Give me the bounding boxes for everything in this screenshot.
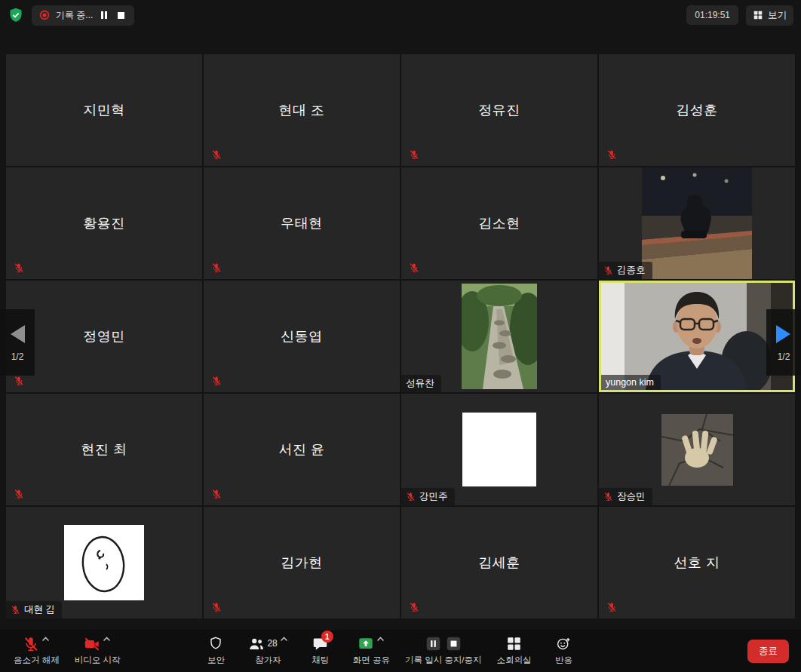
toolbar-security-button[interactable]: 보안 xyxy=(192,634,239,668)
mic-muted-icon xyxy=(409,149,419,160)
mic-muted-icon xyxy=(606,149,617,160)
participant-tile[interactable]: 선호 지 xyxy=(599,507,795,618)
view-button[interactable]: 보기 xyxy=(746,5,793,26)
participant-name: 신동엽 xyxy=(281,327,323,345)
participant-tile[interactable]: 서진 윤 xyxy=(204,394,400,505)
mic-muted-icon xyxy=(409,602,419,612)
toolbar-label: 반응 xyxy=(555,655,572,666)
share-screen-icon xyxy=(358,636,374,652)
participant-tile[interactable]: 성유찬 xyxy=(401,281,597,392)
participant-name: 대현 김 xyxy=(24,603,55,616)
toolbar-label: 비디오 시작 xyxy=(75,655,121,666)
participant-tile[interactable]: 김소현 xyxy=(401,167,597,279)
toolbar-breakout-button[interactable]: 소회의실 xyxy=(491,634,538,668)
participant-name: 지민혁 xyxy=(83,101,125,119)
security-shield-icon[interactable] xyxy=(8,7,24,23)
chevron-up-icon[interactable] xyxy=(103,637,111,642)
arrow-left-icon xyxy=(8,324,26,345)
participant-tile[interactable]: yungon kim xyxy=(599,281,795,392)
participant-tile[interactable]: 대현 김 xyxy=(6,507,202,618)
toolbar: 음소거 해제비디오 시작보안28참가자채팅1화면 공유기록 일시 중지/중지소회… xyxy=(0,630,801,672)
participant-label: yungon kim xyxy=(601,375,661,390)
arrow-right-icon xyxy=(775,324,793,345)
toolbar-label: 음소거 해제 xyxy=(14,655,60,666)
participant-tile[interactable]: 장승민 xyxy=(599,394,795,505)
participant-name: 장승민 xyxy=(617,490,646,503)
participant-tile[interactable]: 우태현 xyxy=(204,167,400,279)
toolbar-share-button[interactable]: 화면 공유 xyxy=(347,634,396,668)
reactions-smiley-icon xyxy=(556,636,572,652)
toolbar-participants-button[interactable]: 28참가자 xyxy=(242,634,293,668)
participant-tile[interactable]: 현진 최 xyxy=(6,394,202,505)
toolbar-record-button[interactable]: 기록 일시 중지/중지 xyxy=(399,634,488,668)
participant-tile[interactable]: 정영민 xyxy=(6,281,202,392)
mic-muted-icon xyxy=(14,262,24,273)
participant-tile[interactable]: 황용진 xyxy=(6,167,202,279)
page-indicator: 1/2 xyxy=(11,351,24,362)
mic-muted-icon xyxy=(603,492,613,502)
participant-tile[interactable]: 김세훈 xyxy=(401,507,597,618)
toolbar-reactions-button[interactable]: 반응 xyxy=(541,634,588,668)
view-button-label: 보기 xyxy=(768,9,787,22)
stop-recording-button[interactable] xyxy=(115,11,127,20)
participant-video xyxy=(462,284,537,389)
mic-muted-icon xyxy=(211,489,222,499)
mic-muted-icon xyxy=(23,636,39,652)
participant-tile[interactable]: 김성훈 xyxy=(599,54,795,166)
participant-name: 성유찬 xyxy=(406,377,434,390)
page-indicator: 1/2 xyxy=(778,351,790,362)
toolbar-chat-button[interactable]: 채팅1 xyxy=(297,634,344,668)
participant-name: 현진 최 xyxy=(81,440,127,459)
participant-tile[interactable]: 신동엽 xyxy=(204,281,400,392)
participant-name: 김가현 xyxy=(281,554,323,572)
participants-icon xyxy=(248,636,265,652)
toolbar-label: 보안 xyxy=(207,655,225,666)
participant-tile[interactable]: 강민주 xyxy=(401,394,597,505)
breakout-rooms-icon xyxy=(506,636,522,652)
participant-label: 장승민 xyxy=(599,488,652,505)
toolbar-mute-button[interactable]: 음소거 해제 xyxy=(8,634,66,668)
recording-label: 기록 중... xyxy=(56,9,93,22)
participant-tile[interactable]: 정유진 xyxy=(401,54,597,166)
participant-count: 28 xyxy=(267,638,277,649)
toolbar-label: 참가자 xyxy=(255,655,281,666)
participant-name: 황용진 xyxy=(83,214,125,232)
mic-muted-icon xyxy=(11,605,20,615)
camera-muted-icon xyxy=(84,636,100,652)
participant-tile[interactable]: 김가현 xyxy=(204,507,400,618)
mic-muted-icon xyxy=(603,265,613,275)
end-meeting-button[interactable]: 종료 xyxy=(747,640,789,663)
participant-name: 정영민 xyxy=(83,327,125,345)
topbar-right: 01:19:51 보기 xyxy=(686,5,793,26)
prev-page-button[interactable]: 1/2 xyxy=(0,309,35,376)
chevron-up-icon[interactable] xyxy=(376,637,385,642)
toolbar-video-button[interactable]: 비디오 시작 xyxy=(69,634,127,668)
mic-muted-icon xyxy=(14,489,24,499)
participant-name: yungon kim xyxy=(606,377,654,388)
participant-label: 강민주 xyxy=(401,488,455,505)
participant-name: 서진 윤 xyxy=(278,440,324,459)
toolbar-label: 소회의실 xyxy=(497,655,532,666)
chevron-up-icon[interactable] xyxy=(280,637,288,642)
grid-view-icon xyxy=(753,10,763,20)
toolbar-label: 화면 공유 xyxy=(353,655,390,666)
participant-name: 정유진 xyxy=(478,101,520,119)
participant-name: 김세훈 xyxy=(478,554,520,572)
chat-unread-badge: 1 xyxy=(321,631,333,643)
participant-name: 선호 지 xyxy=(674,554,720,572)
participant-label: 대현 김 xyxy=(6,601,62,618)
participant-tile[interactable]: 현대 조 xyxy=(204,54,400,166)
participant-tile[interactable]: 김종호 xyxy=(599,167,795,279)
participant-video xyxy=(64,525,144,600)
participant-name: 김성훈 xyxy=(676,101,718,119)
chevron-up-icon[interactable] xyxy=(41,637,50,642)
next-page-button[interactable]: 1/2 xyxy=(766,309,801,376)
participant-name: 김소현 xyxy=(478,214,520,232)
recording-indicator: 기록 중... xyxy=(32,5,134,26)
participant-tile[interactable]: 지민혁 xyxy=(6,54,202,166)
shield-icon xyxy=(208,636,223,651)
participant-label: 성유찬 xyxy=(401,375,441,392)
mic-muted-icon xyxy=(406,492,416,502)
toolbar-label: 채팅 xyxy=(312,655,329,666)
pause-recording-button[interactable] xyxy=(99,10,109,20)
